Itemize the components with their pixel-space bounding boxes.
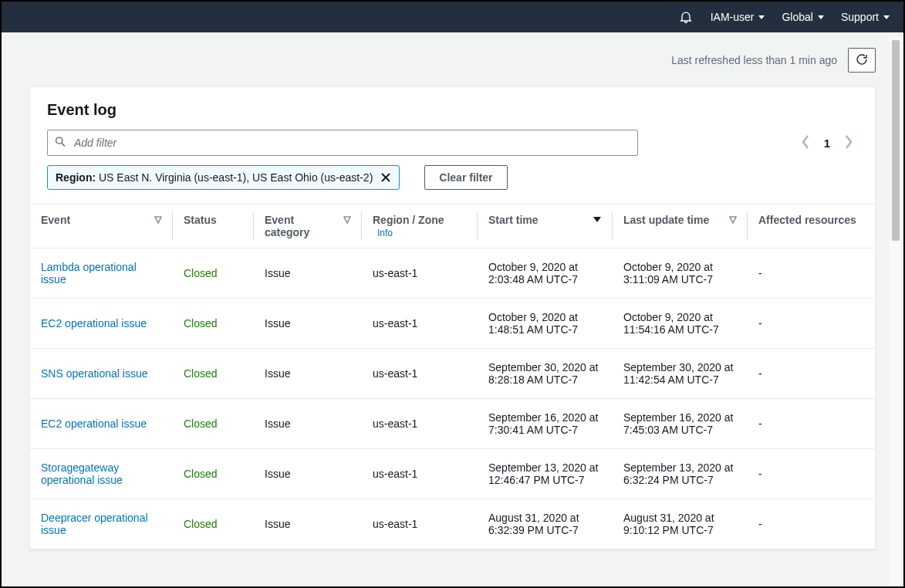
cell-update: September 30, 2020 at 11:42:54 AM UTC-7 xyxy=(613,349,748,399)
filter-chip-remove[interactable] xyxy=(380,172,391,183)
caret-down-icon xyxy=(818,15,824,19)
cell-event: SNS operational issue xyxy=(30,349,173,399)
status-badge: Closed xyxy=(184,317,218,329)
event-log-panel: Event log 1 xyxy=(29,86,876,550)
cell-start: October 9, 2020 at 2:03:48 AM UTC-7 xyxy=(478,248,613,299)
table-row: EC2 operational issueClosedIssueus-east-… xyxy=(30,399,875,449)
status-badge: Closed xyxy=(184,417,218,430)
cell-region: us-east-1 xyxy=(362,399,478,449)
event-link[interactable]: EC2 operational issue xyxy=(41,317,147,329)
col-status-label: Status xyxy=(184,214,217,226)
col-category[interactable]: Event category xyxy=(254,204,362,248)
cell-category: Issue xyxy=(254,248,362,299)
col-category-label: Event category xyxy=(265,214,336,238)
support-menu[interactable]: Support xyxy=(841,11,890,23)
cell-event: Storagegateway operational issue xyxy=(30,449,173,499)
cell-region: us-east-1 xyxy=(362,499,478,549)
svg-point-0 xyxy=(56,137,62,144)
cell-start: September 16, 2020 at 7:30:41 AM UTC-7 xyxy=(478,399,613,449)
cell-status: Closed xyxy=(173,399,254,449)
scrollbar-thumb[interactable] xyxy=(892,40,900,241)
filter-chip-key: Region: xyxy=(56,171,96,184)
cell-status: Closed xyxy=(173,248,254,299)
cell-start: September 13, 2020 at 12:46:47 PM UTC-7 xyxy=(478,449,613,499)
refresh-icon xyxy=(855,52,869,69)
page-next-button[interactable] xyxy=(844,134,853,152)
cell-update: September 13, 2020 at 6:32:24 PM UTC-7 xyxy=(613,449,748,499)
cell-region: us-east-1 xyxy=(362,248,478,299)
col-event[interactable]: Event xyxy=(30,204,173,248)
last-refreshed-text: Last refreshed less than 1 min ago xyxy=(671,54,837,66)
col-region[interactable]: Region / Zone Info xyxy=(362,204,478,248)
table-row: EC2 operational issueClosedIssueus-east-… xyxy=(30,299,875,349)
cell-category: Issue xyxy=(254,449,362,499)
event-link[interactable]: Storagegateway operational issue xyxy=(41,461,123,486)
col-start-label: Start time xyxy=(488,214,539,226)
support-menu-label: Support xyxy=(841,11,879,23)
cell-region: us-east-1 xyxy=(362,449,478,499)
status-badge: Closed xyxy=(184,468,218,480)
cell-update: October 9, 2020 at 11:54:16 AM UTC-7 xyxy=(613,299,748,349)
refresh-button[interactable] xyxy=(848,48,876,73)
cell-update: August 31, 2020 at 9:10:12 PM UTC-7 xyxy=(613,499,748,549)
table-row: Storagegateway operational issueClosedIs… xyxy=(30,449,875,499)
cell-affected: - xyxy=(748,299,875,349)
cell-category: Issue xyxy=(254,499,362,549)
sort-icon xyxy=(343,214,351,226)
page-title: Event log xyxy=(47,101,858,119)
page-number: 1 xyxy=(824,137,830,150)
status-badge: Closed xyxy=(184,518,218,530)
cell-region: us-east-1 xyxy=(362,299,478,349)
event-link[interactable]: Lambda operational issue xyxy=(41,261,137,286)
table-row: Lambda operational issueClosedIssueus-ea… xyxy=(30,248,875,299)
cell-status: Closed xyxy=(173,499,254,549)
sort-active-desc-icon xyxy=(593,214,602,226)
col-affected-label: Affected resources xyxy=(758,214,856,226)
event-link[interactable]: EC2 operational issue xyxy=(41,417,147,430)
cell-status: Closed xyxy=(173,299,254,349)
user-menu-label: IAM-user xyxy=(711,11,755,23)
region-menu[interactable]: Global xyxy=(782,11,823,23)
table-row: SNS operational issueClosedIssueus-east-… xyxy=(30,349,875,399)
event-link[interactable]: Deepracer operational issue xyxy=(41,512,148,536)
cell-event: EC2 operational issue xyxy=(30,399,173,449)
table-row: Deepracer operational issueClosedIssueus… xyxy=(30,499,875,549)
col-affected[interactable]: Affected resources xyxy=(748,204,875,248)
cell-affected: - xyxy=(748,499,875,549)
col-status[interactable]: Status xyxy=(173,204,254,248)
col-update-label: Last update time xyxy=(623,214,709,226)
cell-event: Deepracer operational issue xyxy=(30,499,173,549)
cell-category: Issue xyxy=(254,299,362,349)
status-badge: Closed xyxy=(184,367,218,380)
notifications-icon[interactable] xyxy=(678,9,694,25)
svg-marker-6 xyxy=(593,217,601,222)
cell-region: us-east-1 xyxy=(362,349,478,399)
vertical-scrollbar[interactable] xyxy=(890,37,902,585)
clear-filter-button[interactable]: Clear filter xyxy=(424,165,507,190)
cell-update: October 9, 2020 at 3:11:09 AM UTC-7 xyxy=(613,248,748,299)
filter-chip-region[interactable]: Region: US East N. Virginia (us-east-1),… xyxy=(47,165,400,190)
cell-update: September 16, 2020 at 7:45:03 AM UTC-7 xyxy=(613,399,748,449)
cell-start: October 9, 2020 at 1:48:51 AM UTC-7 xyxy=(478,299,613,349)
page-prev-button[interactable] xyxy=(801,134,810,152)
user-menu[interactable]: IAM-user xyxy=(711,11,765,23)
col-region-label: Region / Zone xyxy=(373,214,444,226)
col-start[interactable]: Start time xyxy=(478,204,613,248)
region-info-link[interactable]: Info xyxy=(377,228,393,238)
col-update[interactable]: Last update time xyxy=(613,204,748,248)
filter-chip-value: US East N. Virginia (us-east-1), US East… xyxy=(99,171,373,184)
cell-affected: - xyxy=(748,399,875,449)
cell-category: Issue xyxy=(254,399,362,449)
cell-affected: - xyxy=(748,349,875,399)
status-badge: Closed xyxy=(184,267,218,279)
cell-start: August 31, 2020 at 6:32:39 PM UTC-7 xyxy=(478,499,613,549)
event-link[interactable]: SNS operational issue xyxy=(41,367,148,380)
top-navbar: IAM-user Global Support xyxy=(2,2,903,32)
filter-input[interactable] xyxy=(47,130,638,156)
cell-start: September 30, 2020 at 8:28:18 AM UTC-7 xyxy=(478,349,613,399)
svg-marker-4 xyxy=(155,217,161,223)
svg-line-1 xyxy=(62,144,65,147)
cell-affected: - xyxy=(748,248,875,299)
pagination: 1 xyxy=(801,134,858,152)
cell-status: Closed xyxy=(173,349,254,399)
